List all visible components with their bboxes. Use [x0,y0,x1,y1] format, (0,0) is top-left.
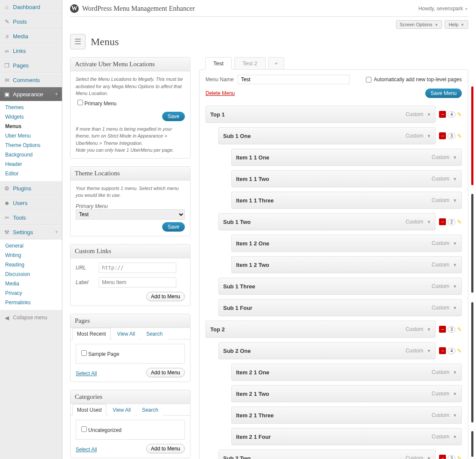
screen-options-button[interactable]: Screen Options ▼ [396,20,442,29]
sidebar-item-tools[interactable]: ✂Tools [0,210,62,225]
menu-item-sub2-one[interactable]: Sub 2 OneCustom▼ [218,342,436,359]
menu-item[interactable]: Item 2 1 OneCustom▼ [231,364,462,381]
tab-search[interactable]: Search [141,328,167,340]
sub-reading[interactable]: Reading [0,260,62,269]
box-heading: Categories [71,390,190,404]
sidebar-item-dashboard[interactable]: ⌂Dashboard [0,0,62,14]
category-item[interactable]: Uncategorized [80,424,181,436]
sub-theme-options[interactable]: Theme Options [0,141,62,150]
add-to-menu-button[interactable]: Add to Menu [146,368,185,377]
menu-item[interactable]: Item 2 1 TwoCustom▼ [231,385,462,402]
sidebar-item-media[interactable]: ♬Media [0,29,62,43]
pencil-icon[interactable]: ✎ [457,219,462,225]
add-to-menu-button[interactable]: Add to Menu [146,444,185,453]
page-icon: ❐ [3,62,10,69]
users-icon: ☻ [3,199,10,206]
label-input[interactable] [99,277,176,288]
menu-item-top1[interactable]: Top 1Custom▼ [206,106,436,123]
tab-view-all[interactable]: View All [112,328,140,340]
pencil-icon[interactable]: ✎ [457,133,462,139]
menu-item-sub1-two[interactable]: Sub 1 TwoCustom▼ [218,213,436,230]
select-all-link[interactable]: Select All [76,370,97,376]
howdy-text[interactable]: Howdy, sevenspark ▼ [418,6,468,12]
menu-item[interactable]: Item 1 1 OneCustom▼ [231,149,462,166]
sub-permalinks[interactable]: Permalinks [0,298,62,307]
sub-uber[interactable]: Uber Menu [0,131,62,141]
menu-tab-test2[interactable]: Test 2 [234,57,266,70]
collapse-icon[interactable]: − [439,111,446,118]
appearance-icon: ▣ [3,91,10,98]
menu-item[interactable]: Item 1 2 TwoCustom▼ [231,256,462,273]
sub-media[interactable]: Media [0,279,62,288]
sidebar-item-links[interactable]: ∞Links [0,43,62,58]
collapse-icon[interactable]: − [439,347,446,354]
menu-item-sub1-three[interactable]: Sub 1 ThreeCustom▼ [218,278,462,295]
sub-header[interactable]: Header [0,159,62,169]
tab-most-used[interactable]: Most Used [72,404,106,416]
menu-name-label: Menu Name [206,76,233,83]
menu-item[interactable]: Item 2 1 FourCustom▼ [231,428,462,445]
page-item[interactable]: Sample Page [80,348,181,360]
sub-menus[interactable]: Menus [0,122,62,131]
sidebar-item-appearance[interactable]: ▣Appearance▼ [0,87,62,101]
url-input[interactable] [99,263,176,273]
sub-editor[interactable]: Editor [0,169,62,178]
sub-privacy[interactable]: Privacy [0,288,62,298]
collapse-icon[interactable]: − [439,326,446,333]
tab-search[interactable]: Search [137,404,163,416]
menu-item-top2[interactable]: Top 2Custom▼ [206,321,436,338]
save-button[interactable]: Save [162,222,185,232]
tab-most-recent[interactable]: Most Recent [72,328,111,340]
menu-item[interactable]: Item 1 2 OneCustom▼ [231,235,462,252]
menu-item[interactable]: Item 2 1 ThreeCustom▼ [231,407,462,424]
menu-panel: Menu Name Automatically add new top-leve… [199,69,468,459]
sidebar-item-settings[interactable]: ⚒Settings▼ [0,225,62,239]
pencil-icon[interactable]: ✎ [457,455,462,459]
pencil-icon[interactable]: ✎ [457,348,462,354]
menus-icon: ☰ [70,34,86,49]
media-icon: ♬ [3,33,10,40]
pencil-icon[interactable]: ✎ [457,326,462,333]
sub-themes[interactable]: Themes [0,103,62,112]
primary-menu-select[interactable]: Test [76,209,185,220]
count-badge: 4 [448,111,455,118]
menu-item[interactable]: Item 1 1 TwoCustom▼ [231,170,462,187]
sub-widgets[interactable]: Widgets [0,112,62,122]
save-button[interactable]: Save [162,112,185,121]
menu-item[interactable]: Item 1 1 ThreeCustom▼ [231,192,462,209]
home-icon: ⌂ [3,3,10,10]
menu-item-sub2-two[interactable]: Sub 2 TwoCustom▼ [218,450,436,459]
wordpress-icon: W [70,4,79,13]
primary-menu-checkbox[interactable]: Primary Menu [76,97,185,109]
sidebar-item-users[interactable]: ☻Users [0,196,62,210]
sidebar-item-comments[interactable]: ✉Comments [0,73,62,87]
sidebar-item-pages[interactable]: ❐Pages [0,58,62,73]
menu-tab-test[interactable]: Test [205,57,232,70]
sub-general[interactable]: General [0,241,62,251]
collapse-icon[interactable]: − [439,218,446,225]
save-menu-button[interactable]: Save Menu [425,89,462,98]
menu-item-sub1-one[interactable]: Sub 1 OneCustom▼ [218,127,436,144]
auto-add-checkbox[interactable] [366,77,372,83]
sub-background[interactable]: Background [0,150,62,159]
help-button[interactable]: Help ▼ [445,20,468,29]
sidebar-item-plugins[interactable]: ⚙Plugins [0,181,62,196]
sub-discussion[interactable]: Discussion [0,269,62,279]
sidebar-item-posts[interactable]: ✎Posts [0,14,62,29]
appearance-submenu: Themes Widgets Menus Uber Menu Theme Opt… [0,101,62,181]
pencil-icon[interactable]: ✎ [457,111,462,118]
menu-item-sub1-four[interactable]: Sub 1 FourCustom▼ [218,299,462,316]
delete-menu-link[interactable]: Delete Menu [206,90,235,96]
primary-menu-label: Primary Menu [76,203,185,209]
sub-writing[interactable]: Writing [0,251,62,260]
count-badge: 4 [448,348,455,354]
menu-tab-add[interactable]: + [268,57,285,70]
menu-name-input[interactable] [238,75,350,84]
add-to-menu-button[interactable]: Add to Menu [146,292,185,301]
select-all-link[interactable]: Select All [76,447,97,453]
tab-view-all[interactable]: View All [108,404,135,416]
collapse-icon[interactable]: − [439,132,446,139]
collapse-icon[interactable]: − [439,455,446,459]
settings-icon: ⚒ [3,229,10,236]
collapse-menu[interactable]: ◀Collapse menu [0,310,62,325]
